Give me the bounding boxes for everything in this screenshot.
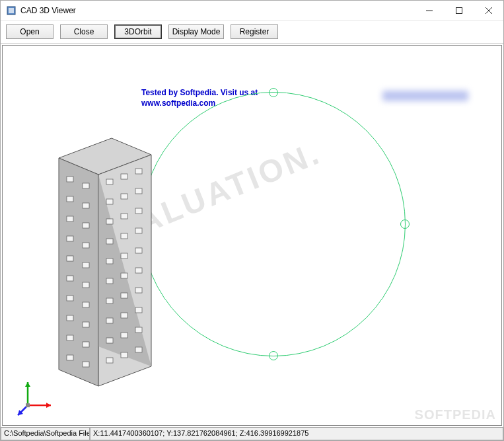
status-filepath: C:\Softpedia\Softpedia Files\Softpedi: [1, 428, 90, 440]
svg-rect-31: [121, 174, 127, 179]
orbit-handle-right[interactable]: [400, 220, 410, 229]
svg-rect-12: [67, 196, 73, 202]
close-file-button[interactable]: Close: [60, 24, 108, 39]
svg-marker-63: [25, 382, 30, 387]
svg-rect-15: [83, 223, 89, 228]
svg-marker-7: [59, 158, 98, 386]
svg-rect-34: [121, 194, 127, 199]
svg-rect-38: [135, 208, 142, 214]
axis-gizmo: [15, 379, 54, 419]
svg-rect-17: [83, 243, 89, 248]
svg-rect-42: [106, 259, 113, 264]
softpedia-corner-watermark: SOFTPEDIA: [415, 407, 496, 422]
svg-marker-61: [46, 403, 51, 408]
svg-rect-45: [106, 278, 113, 284]
register-button[interactable]: Register: [231, 24, 278, 39]
status-coordinates: X:11.4417400360107; Y:137.821762084961; …: [90, 428, 503, 440]
svg-rect-58: [121, 352, 127, 358]
svg-rect-47: [135, 268, 142, 273]
svg-rect-10: [67, 177, 73, 182]
watermark-line1: Tested by Softpedia. Visit us at: [141, 88, 258, 97]
svg-rect-30: [106, 179, 113, 184]
svg-rect-66: [26, 403, 30, 407]
open-button[interactable]: Open: [6, 24, 54, 39]
svg-rect-27: [83, 342, 89, 347]
app-icon: [6, 5, 17, 16]
window-controls: [414, 1, 503, 20]
orbit-ring[interactable]: [141, 92, 406, 356]
orbit-handle-top[interactable]: [269, 88, 278, 97]
svg-rect-53: [135, 307, 142, 313]
svg-marker-6: [59, 138, 151, 175]
svg-rect-44: [135, 248, 142, 253]
svg-rect-35: [135, 188, 142, 194]
orbit-handle-left[interactable]: [137, 220, 147, 229]
softpedia-watermark-text: Tested by Softpedia. Visit us at www.sof…: [141, 88, 258, 108]
svg-rect-49: [121, 293, 127, 298]
svg-rect-18: [67, 256, 73, 261]
orbit-handle-bottom[interactable]: [269, 351, 278, 360]
toolbar: Open Close 3DOrbit Display Mode Register: [1, 20, 503, 44]
svg-rect-56: [135, 327, 142, 333]
svg-rect-29: [83, 362, 89, 367]
svg-rect-59: [135, 347, 142, 352]
svg-rect-3: [456, 7, 462, 13]
evaluation-watermark: EVALUATION.: [90, 134, 326, 258]
svg-rect-21: [83, 282, 89, 288]
svg-rect-14: [67, 216, 73, 221]
svg-rect-39: [106, 239, 113, 244]
svg-rect-32: [135, 169, 142, 174]
svg-rect-36: [106, 219, 113, 224]
viewport-3d[interactable]: Tested by Softpedia. Visit us at www.sof…: [2, 45, 502, 426]
svg-marker-9: [98, 175, 151, 366]
svg-rect-22: [67, 296, 73, 301]
svg-rect-55: [121, 333, 127, 338]
blurred-region: [382, 91, 468, 101]
svg-rect-54: [106, 338, 113, 343]
display-mode-button[interactable]: Display Mode: [168, 24, 224, 39]
svg-rect-16: [67, 236, 73, 241]
svg-rect-11: [83, 183, 89, 188]
svg-rect-41: [135, 228, 142, 233]
svg-rect-43: [121, 253, 127, 259]
window-title: CAD 3D Viewer: [20, 6, 414, 15]
svg-rect-51: [106, 318, 113, 323]
svg-rect-13: [83, 203, 89, 208]
orbit-button[interactable]: 3DOrbit: [114, 24, 162, 39]
close-button[interactable]: [474, 1, 503, 20]
svg-rect-24: [67, 315, 73, 321]
svg-rect-20: [67, 276, 73, 281]
svg-rect-19: [83, 262, 89, 268]
svg-rect-57: [106, 358, 113, 363]
svg-rect-28: [67, 355, 73, 360]
svg-rect-37: [121, 214, 127, 219]
svg-rect-23: [83, 302, 89, 307]
maximize-button[interactable]: [444, 1, 474, 20]
svg-rect-25: [83, 322, 89, 327]
svg-rect-33: [106, 199, 113, 204]
minimize-button[interactable]: [414, 1, 444, 20]
building-model: [32, 132, 178, 389]
svg-rect-46: [121, 273, 127, 278]
statusbar: C:\Softpedia\Softpedia Files\Softpedi X:…: [1, 427, 503, 440]
svg-rect-1: [9, 8, 14, 13]
svg-rect-50: [135, 288, 142, 293]
svg-rect-26: [67, 335, 73, 341]
svg-rect-52: [121, 313, 127, 318]
svg-rect-40: [121, 233, 127, 239]
titlebar: CAD 3D Viewer: [1, 1, 503, 20]
watermark-line2: www.softpedia.com: [141, 99, 215, 108]
svg-rect-48: [106, 298, 113, 303]
svg-marker-8: [98, 155, 151, 386]
